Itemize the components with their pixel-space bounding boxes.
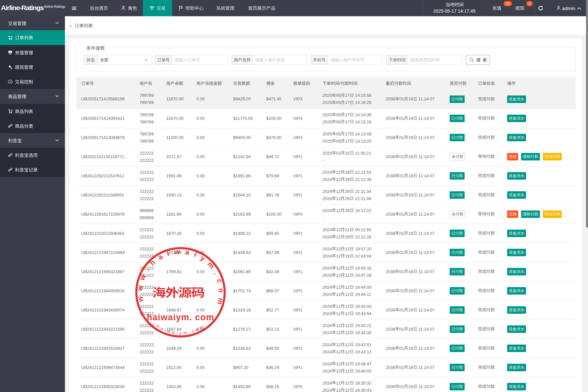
svg-text:haiwaiym. com: haiwaiym. com — [147, 312, 214, 322]
svg-text:w w w . h a i w a i y m . c o: w w w . h a i w a i y m . c o m — [136, 247, 226, 307]
